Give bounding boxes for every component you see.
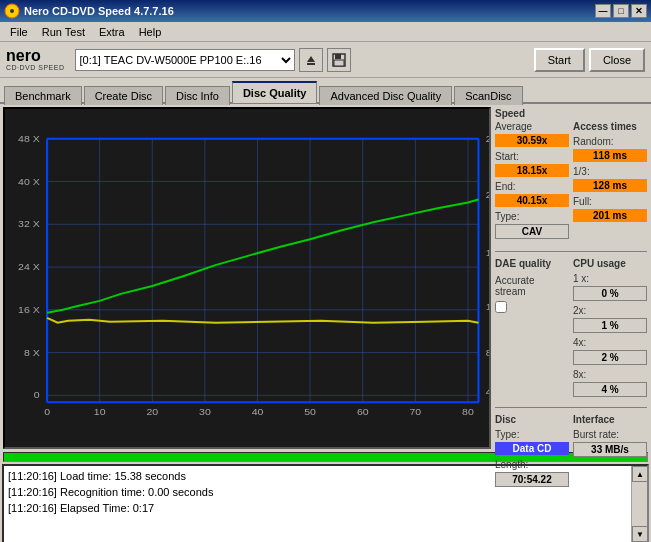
main-content: 48 X 40 X 32 X 24 X 16 X 8 X 0 24 20 16 … (0, 102, 651, 452)
interface-header: Interface (573, 414, 647, 425)
svg-text:50: 50 (304, 406, 316, 417)
app-icon (4, 3, 20, 19)
title-bar: Nero CD-DVD Speed 4.7.7.16 — □ ✕ (0, 0, 651, 22)
4x-value: 2 % (573, 350, 647, 365)
full-label: Full: (573, 196, 647, 207)
2x-value: 1 % (573, 318, 647, 333)
svg-text:0: 0 (44, 406, 50, 417)
end-value: 40.15x (495, 194, 569, 207)
divider-2 (495, 407, 647, 408)
1x-label: 1 x: (573, 273, 647, 284)
window-title: Nero CD-DVD Speed 4.7.7.16 (24, 5, 174, 17)
menu-file[interactable]: File (4, 24, 34, 40)
disc-type-value: Data CD (495, 442, 569, 455)
cpu-section: DAE quality Accuratestream CPU usage 1 x… (495, 258, 647, 397)
menu-run-test[interactable]: Run Test (36, 24, 91, 40)
average-label: Average (495, 121, 569, 132)
hand-icon (303, 52, 319, 68)
divider-1 (495, 251, 647, 252)
speed-header: Speed (495, 108, 647, 119)
random-value: 118 ms (573, 149, 647, 162)
eject-icon-button[interactable] (299, 48, 323, 72)
svg-text:40: 40 (252, 406, 264, 417)
menu-help[interactable]: Help (133, 24, 168, 40)
cpu-col: CPU usage 1 x: 0 % 2x: 1 % 4x: 2 % 8x: 4… (573, 258, 647, 397)
accurate-stream-checkbox[interactable] (495, 301, 507, 313)
dae-col: DAE quality Accuratestream (495, 258, 569, 397)
8x-value: 4 % (573, 382, 647, 397)
tab-disc-quality[interactable]: Disc Quality (232, 81, 318, 103)
burst-value: 33 MB/s (573, 442, 647, 457)
scroll-track (632, 482, 647, 526)
save-icon (332, 53, 346, 67)
svg-text:8: 8 (486, 347, 489, 358)
log-text: [11:20:16] Load time: 15.38 seconds [11:… (4, 466, 631, 542)
average-value: 30.59x (495, 134, 569, 147)
one-third-label: 1/3: (573, 166, 647, 177)
svg-text:30: 30 (199, 406, 211, 417)
tab-benchmark[interactable]: Benchmark (4, 86, 82, 105)
tab-disc-info[interactable]: Disc Info (165, 86, 230, 105)
svg-text:20: 20 (146, 406, 158, 417)
speed-section: Speed Average 30.59x Start: 18.15x End: … (495, 108, 647, 241)
svg-text:48 X: 48 X (18, 133, 40, 144)
nero-logo-sub: CD·DVD SPEED (6, 64, 65, 71)
tab-scan-disc[interactable]: ScanDisc (454, 86, 522, 105)
svg-text:20: 20 (486, 190, 489, 201)
4x-label: 4x: (573, 337, 647, 348)
start-value: 18.15x (495, 164, 569, 177)
access-times-header: Access times (573, 121, 647, 132)
svg-text:4: 4 (486, 387, 489, 398)
svg-rect-2 (307, 63, 315, 65)
scroll-up-button[interactable]: ▲ (632, 466, 648, 482)
end-label: End: (495, 181, 569, 192)
log-scrollbar: ▲ ▼ (631, 466, 647, 542)
cpu-header: CPU usage (573, 258, 647, 269)
accurate-stream-label: Accuratestream (495, 275, 534, 297)
svg-text:24 X: 24 X (18, 261, 40, 272)
svg-rect-4 (335, 54, 341, 59)
svg-text:10: 10 (94, 406, 106, 417)
access-times-col: Access times Random: 118 ms 1/3: 128 ms … (573, 121, 647, 239)
svg-text:60: 60 (357, 406, 369, 417)
speed-left: Average 30.59x Start: 18.15x End: 40.15x… (495, 121, 569, 239)
svg-text:24: 24 (486, 133, 489, 144)
start-label: Start: (495, 151, 569, 162)
menu-bar: File Run Test Extra Help (0, 22, 651, 42)
svg-rect-5 (334, 60, 344, 66)
right-panel: Speed Average 30.59x Start: 18.15x End: … (491, 104, 651, 452)
start-button[interactable]: Start (534, 48, 585, 72)
drive-select[interactable]: [0:1] TEAC DV-W5000E PP100 E:.16 (75, 49, 295, 71)
one-third-value: 128 ms (573, 179, 647, 192)
scroll-down-button[interactable]: ▼ (632, 526, 648, 542)
svg-text:32 X: 32 X (18, 219, 40, 230)
maximize-button[interactable]: □ (613, 4, 629, 18)
svg-text:80: 80 (462, 406, 474, 417)
menu-extra[interactable]: Extra (93, 24, 131, 40)
disc-type-label: Type: (495, 429, 569, 440)
svg-text:16 X: 16 X (18, 304, 40, 315)
1x-value: 0 % (573, 286, 647, 301)
close-toolbar-button[interactable]: Close (589, 48, 645, 72)
save-icon-button[interactable] (327, 48, 351, 72)
svg-text:70: 70 (410, 406, 422, 417)
svg-rect-6 (5, 109, 489, 447)
type-label: Type: (495, 211, 569, 222)
tab-create-disc[interactable]: Create Disc (84, 86, 163, 105)
svg-text:40 X: 40 X (18, 176, 40, 187)
nero-logo: nero CD·DVD SPEED (6, 48, 65, 71)
full-value: 201 ms (573, 209, 647, 222)
minimize-button[interactable]: — (595, 4, 611, 18)
toolbar: nero CD·DVD SPEED [0:1] TEAC DV-W5000E P… (0, 42, 651, 78)
burst-label: Burst rate: (573, 429, 647, 440)
tab-bar: Benchmark Create Disc Disc Info Disc Qua… (0, 78, 651, 102)
benchmark-chart: 48 X 40 X 32 X 24 X 16 X 8 X 0 24 20 16 … (5, 109, 489, 447)
svg-point-1 (10, 9, 14, 13)
type-value: CAV (495, 224, 569, 239)
nero-logo-text: nero (6, 48, 65, 64)
8x-label: 8x: (573, 369, 647, 380)
log-line-1: [11:20:16] Load time: 15.38 seconds (8, 468, 627, 484)
close-button[interactable]: ✕ (631, 4, 647, 18)
svg-text:12: 12 (486, 301, 489, 312)
tab-advanced-disc-quality[interactable]: Advanced Disc Quality (319, 86, 452, 105)
